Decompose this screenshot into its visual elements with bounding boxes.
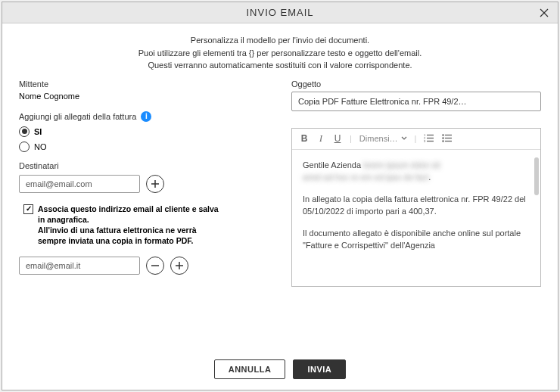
close-button[interactable] bbox=[537, 5, 552, 20]
editor: B I U | Dimensi… | 123 bbox=[291, 128, 541, 287]
sender-name: Nome Cognome bbox=[19, 92, 269, 101]
bullet-list-button[interactable] bbox=[442, 133, 453, 145]
associate-label: Associa questo indirizzo email al client… bbox=[38, 204, 220, 247]
font-size-select[interactable]: Dimensi… bbox=[359, 134, 407, 143]
radio-yes[interactable] bbox=[19, 126, 30, 137]
recipient-input-1[interactable] bbox=[19, 175, 140, 193]
radio-no[interactable] bbox=[19, 142, 30, 152]
close-icon bbox=[539, 8, 549, 18]
intro-text: Personalizza il modello per l'invio dei … bbox=[2, 23, 558, 76]
recipient-input-2[interactable] bbox=[19, 257, 140, 275]
sender-label: Mittente bbox=[19, 79, 269, 89]
italic-button[interactable]: I bbox=[316, 133, 325, 145]
svg-point-13 bbox=[443, 134, 444, 135]
info-icon[interactable]: i bbox=[141, 111, 151, 122]
editor-scrollbar[interactable] bbox=[534, 157, 539, 195]
associate-checkbox[interactable]: ✓ bbox=[23, 204, 33, 214]
body-paragraph-3: Il documento allegato è disponibile anch… bbox=[303, 227, 530, 252]
dialog-footer: ANNULLA INVIA bbox=[2, 359, 558, 379]
minus-icon bbox=[151, 261, 160, 270]
email-dialog: INVIO EMAIL Personalizza il modello per … bbox=[2, 2, 558, 390]
subject-input[interactable]: Copia PDF Fatture Elettronica nr. FPR 49… bbox=[291, 92, 541, 111]
chevron-down-icon bbox=[401, 136, 407, 141]
editor-toolbar: B I U | Dimensi… | 123 bbox=[292, 129, 540, 150]
attach-label: Aggiungi gli allegati della fattura bbox=[19, 112, 136, 121]
dialog-title: INVIO EMAIL bbox=[246, 7, 313, 18]
plus-icon bbox=[151, 179, 160, 188]
remove-recipient-button[interactable] bbox=[146, 257, 164, 275]
radio-no-label: NO bbox=[34, 142, 47, 151]
bold-button[interactable]: B bbox=[300, 133, 309, 144]
editor-body[interactable]: Gentile Azienda lorem ipsum dolor sitame… bbox=[292, 150, 540, 286]
send-button[interactable]: INVIA bbox=[293, 359, 346, 379]
svg-point-15 bbox=[443, 137, 444, 138]
radio-yes-label: SI bbox=[34, 127, 42, 136]
svg-text:3: 3 bbox=[424, 139, 426, 142]
add-recipient-button-1[interactable] bbox=[146, 175, 164, 193]
dest-label: Destinatari bbox=[19, 161, 269, 170]
cancel-button[interactable]: ANNULLA bbox=[214, 359, 286, 379]
add-recipient-button-2[interactable] bbox=[170, 257, 188, 275]
subject-label: Oggetto bbox=[291, 79, 541, 89]
ordered-list-button[interactable]: 123 bbox=[424, 133, 434, 145]
plus-icon bbox=[175, 261, 184, 270]
underline-button[interactable]: U bbox=[333, 133, 342, 144]
svg-point-17 bbox=[443, 140, 444, 142]
titlebar: INVIO EMAIL bbox=[2, 2, 558, 23]
body-paragraph-2: In allegato la copia della fattura elett… bbox=[303, 193, 530, 218]
